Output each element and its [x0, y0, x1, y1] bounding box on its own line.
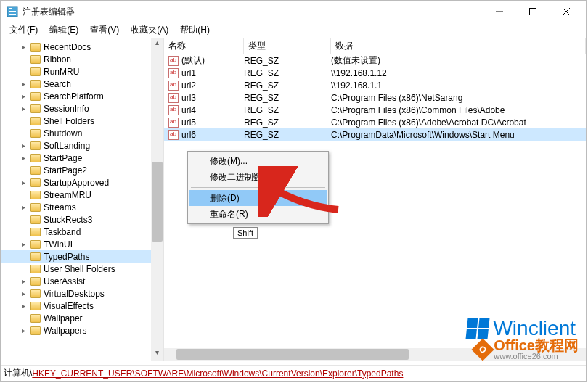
tree-item-startupapproved[interactable]: ▸StartupApproved	[1, 176, 163, 189]
expand-icon[interactable]: ▸	[20, 92, 28, 100]
tree-item-streammru[interactable]: StreamMRU	[1, 189, 163, 201]
expand-icon[interactable]	[20, 228, 28, 236]
list-row[interactable]: url3REG_SZC:\Program Files (x86)\NetSara…	[164, 91, 586, 104]
expand-icon[interactable]: ▸	[20, 289, 28, 297]
expand-icon[interactable]	[20, 314, 28, 322]
ctx-删除d[interactable]: 删除(D)	[189, 190, 327, 206]
ctx-修改二进制数据b[interactable]: 修改二进制数据(B)...	[189, 169, 327, 185]
menu-file[interactable]: 文件(F)	[4, 22, 44, 38]
expand-icon[interactable]: ▸	[20, 178, 28, 186]
value-name: url3	[181, 93, 244, 103]
ctx-修改m[interactable]: 修改(M)...	[189, 153, 327, 169]
titlebar: 注册表编辑器	[1, 1, 586, 22]
tree-scrollbar[interactable]: ▴▾	[151, 38, 163, 361]
tree-label: VisualEffects	[44, 301, 94, 311]
reg-string-icon	[168, 93, 179, 103]
tree-item-shutdown[interactable]: Shutdown	[1, 127, 163, 139]
expand-icon[interactable]: ▸	[20, 141, 28, 149]
tree-label: SoftLanding	[44, 141, 90, 151]
value-name: url4	[181, 105, 244, 115]
svg-rect-2	[9, 11, 16, 12]
expand-icon[interactable]: ▸	[20, 80, 28, 88]
tree-item-startpage2[interactable]: StartPage2	[1, 164, 163, 176]
expand-icon[interactable]	[20, 67, 28, 75]
scroll-down-icon[interactable]: ▾	[151, 348, 163, 361]
menu-help[interactable]: 帮助(H)	[174, 22, 216, 38]
tree-label: Search	[44, 79, 71, 89]
tree-item-taskband[interactable]: Taskband	[1, 226, 163, 238]
expand-icon[interactable]	[20, 191, 28, 199]
tree-item-streams[interactable]: ▸Streams	[1, 201, 163, 213]
expand-icon[interactable]: ▸	[20, 240, 28, 248]
expand-icon[interactable]	[20, 252, 28, 260]
tree-label: StartPage	[44, 153, 82, 163]
expand-icon[interactable]: ▸	[20, 302, 28, 310]
svg-rect-1	[9, 8, 12, 9]
col-name[interactable]: 名称	[164, 38, 244, 54]
expand-icon[interactable]: ▸	[20, 277, 28, 285]
tree-item-user-shell-folders[interactable]: User Shell Folders	[1, 263, 163, 275]
tree-item-visualeffects[interactable]: ▸VisualEffects	[1, 300, 163, 312]
folder-icon	[30, 228, 41, 236]
expand-icon[interactable]: ▸	[20, 203, 28, 211]
minimize-button[interactable]	[483, 1, 516, 22]
tree-label: SessionInfo	[44, 104, 89, 114]
tree-item-shell-folders[interactable]: Shell Folders	[1, 115, 163, 127]
tree-item-twinui[interactable]: ▸TWinUI	[1, 238, 163, 250]
folder-icon	[30, 80, 41, 88]
tree-item-wallpaper[interactable]: Wallpaper	[1, 312, 163, 324]
expand-icon[interactable]	[20, 55, 28, 63]
context-menu: 修改(M)...修改二进制数据(B)...删除(D)重命名(R)	[187, 151, 329, 224]
folder-icon	[30, 240, 41, 249]
folder-icon	[30, 178, 41, 187]
reg-string-icon	[168, 105, 179, 115]
tree-item-ribbon[interactable]: Ribbon	[1, 53, 163, 65]
expand-icon[interactable]: ▸	[20, 326, 28, 334]
svg-rect-3	[9, 14, 16, 15]
tree-item-searchplatform[interactable]: ▸SearchPlatform	[1, 90, 163, 102]
value-data: C:\ProgramData\Microsoft\Windows\Start M…	[331, 130, 586, 140]
menu-favorites[interactable]: 收藏夹(A)	[125, 22, 174, 38]
scrollbar-thumb[interactable]	[152, 162, 163, 242]
maximize-button[interactable]	[516, 1, 550, 22]
list-row[interactable]: url4REG_SZC:\Program Files (x86)\Common …	[164, 104, 586, 116]
tree-item-runmru[interactable]: RunMRU	[1, 65, 163, 78]
col-type[interactable]: 类型	[244, 38, 331, 54]
expand-icon[interactable]	[20, 166, 28, 174]
list-row[interactable]: url5REG_SZC:\Program Files (x86)\Adobe\A…	[164, 116, 586, 128]
col-data[interactable]: 数据	[331, 38, 586, 54]
folder-icon	[30, 141, 41, 150]
list-row[interactable]: (默认)REG_SZ(数值未设置)	[164, 54, 586, 67]
expand-icon[interactable]	[20, 215, 28, 223]
tree-item-virtualdesktops[interactable]: ▸VirtualDesktops	[1, 287, 163, 300]
list-row[interactable]: url2REG_SZ\\192.168.1.1	[164, 79, 586, 91]
close-button[interactable]	[550, 1, 583, 22]
menu-edit[interactable]: 编辑(E)	[44, 22, 84, 38]
tree-item-typedpaths[interactable]: TypedPaths	[1, 250, 163, 263]
tree-item-search[interactable]: ▸Search	[1, 78, 163, 90]
tree-item-softlanding[interactable]: ▸SoftLanding	[1, 139, 163, 152]
expand-icon[interactable]: ▸	[20, 154, 28, 162]
tree-item-sessioninfo[interactable]: ▸SessionInfo	[1, 102, 163, 115]
folder-icon	[30, 92, 41, 101]
list-row[interactable]: url1REG_SZ\\192.168.1.12	[164, 67, 586, 79]
expand-icon[interactable]	[20, 117, 28, 125]
menu-view[interactable]: 查看(V)	[84, 22, 125, 38]
tree-item-userassist[interactable]: ▸UserAssist	[1, 275, 163, 287]
value-type: REG_SZ	[244, 93, 331, 103]
expand-icon[interactable]: ▸	[20, 43, 28, 51]
windows-logo-icon	[466, 318, 490, 339]
expand-icon[interactable]	[20, 265, 28, 273]
tree-item-startpage[interactable]: ▸StartPage	[1, 152, 163, 164]
tree-label: TWinUI	[44, 239, 73, 250]
value-type: REG_SZ	[244, 68, 331, 78]
expand-icon[interactable]	[20, 129, 28, 137]
tree-item-stuckrects3[interactable]: StuckRects3	[1, 213, 163, 226]
scroll-up-icon[interactable]: ▴	[151, 38, 163, 51]
scrollbar-thumb[interactable]	[176, 349, 409, 360]
tree-item-wallpapers[interactable]: ▸Wallpapers	[1, 324, 163, 337]
tree-item-recentdocs[interactable]: ▸RecentDocs	[1, 41, 163, 53]
list-row[interactable]: url6REG_SZC:\ProgramData\Microsoft\Windo…	[164, 128, 586, 141]
ctx-重命名r[interactable]: 重命名(R)	[189, 206, 327, 222]
expand-icon[interactable]: ▸	[20, 104, 28, 112]
